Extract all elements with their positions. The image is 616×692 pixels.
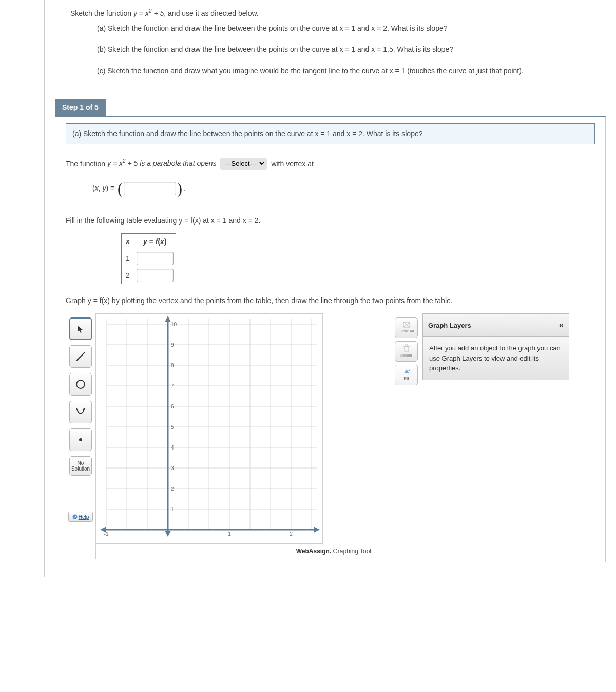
table-row: 1 bbox=[122, 250, 176, 267]
th-fx: y = f(x) bbox=[134, 234, 176, 250]
svg-text:-1: -1 bbox=[104, 531, 109, 537]
graph-layers-header[interactable]: Graph Layers « bbox=[422, 313, 569, 337]
graph-canvas[interactable]: 10 9 8 7 6 5 4 3 2 1 bbox=[95, 313, 323, 544]
fx-at-2-input[interactable] bbox=[137, 269, 174, 282]
fill-icon bbox=[402, 368, 411, 376]
point-tool[interactable] bbox=[69, 428, 92, 451]
part-b-text: (b) Sketch the function and draw the lin… bbox=[97, 44, 595, 55]
svg-text:4: 4 bbox=[171, 445, 174, 451]
clear-all-button[interactable]: Clear All bbox=[395, 317, 418, 338]
pointer-tool[interactable] bbox=[69, 317, 92, 340]
svg-text:3: 3 bbox=[171, 465, 174, 471]
no-solution-tool[interactable]: No Solution bbox=[69, 456, 92, 476]
svg-text:7: 7 bbox=[171, 383, 174, 389]
svg-text:1: 1 bbox=[228, 531, 231, 537]
svg-point-5 bbox=[79, 438, 82, 441]
line-tool[interactable] bbox=[69, 345, 92, 368]
part-c-text: (c) Sketch the function and draw what yo… bbox=[97, 66, 595, 77]
problem-intro: Sketch the function y = x2 + 5, and use … bbox=[70, 7, 595, 19]
svg-text:9: 9 bbox=[171, 342, 174, 348]
vertex-input[interactable] bbox=[124, 182, 176, 195]
svg-text:5: 5 bbox=[171, 424, 174, 430]
svg-text:6: 6 bbox=[171, 404, 174, 409]
table-row: 2 bbox=[122, 267, 176, 284]
graph-footer: WebAssign. Graphing Tool bbox=[95, 544, 392, 559]
svg-marker-29 bbox=[165, 316, 171, 322]
direction-select[interactable]: ---Select--- bbox=[220, 158, 267, 170]
svg-marker-30 bbox=[165, 531, 171, 537]
fill-table-text: Fill in the following table evaluating y… bbox=[66, 215, 595, 226]
svg-text:2: 2 bbox=[290, 531, 293, 537]
circle-tool[interactable] bbox=[69, 373, 92, 396]
trash-icon bbox=[403, 344, 410, 352]
step-header: Step 1 of 5 bbox=[55, 99, 106, 117]
graph-layers-body: After you add an object to the graph you… bbox=[422, 337, 569, 380]
fill-button[interactable]: Fill bbox=[395, 365, 418, 385]
graph-instruction: Graph y = f(x) by plotting the vertex an… bbox=[66, 295, 595, 306]
close-paren: ) bbox=[177, 177, 182, 200]
th-x: x bbox=[122, 234, 134, 250]
svg-point-3 bbox=[76, 380, 85, 388]
svg-text:10: 10 bbox=[171, 322, 177, 327]
delete-button[interactable]: Delete bbox=[395, 341, 418, 362]
svg-text:8: 8 bbox=[171, 363, 174, 368]
svg-text:?: ? bbox=[73, 515, 76, 519]
part-a-text: (a) Sketch the function and draw the lin… bbox=[97, 23, 595, 34]
parabola-statement: The function y = x2 + 5 is a parabola th… bbox=[66, 158, 595, 170]
fx-at-1-input[interactable] bbox=[137, 252, 174, 265]
svg-rect-50 bbox=[405, 346, 409, 351]
parabola-tool[interactable] bbox=[69, 401, 92, 423]
svg-rect-52 bbox=[406, 345, 408, 346]
vertex-label: (x, y) = bbox=[92, 183, 117, 194]
part-a-highlight: (a) Sketch the function and draw the lin… bbox=[66, 123, 595, 144]
svg-marker-33 bbox=[314, 527, 320, 533]
open-paren: ( bbox=[118, 177, 123, 200]
svg-point-53 bbox=[408, 370, 410, 371]
chevron-left-icon: « bbox=[559, 319, 564, 331]
help-button[interactable]: ? Help bbox=[68, 512, 93, 522]
value-table: x y = f(x) 1 2 bbox=[121, 233, 176, 284]
svg-text:1: 1 bbox=[171, 507, 174, 512]
graph-tool-palette: No Solution ? Help bbox=[66, 313, 95, 522]
svg-text:2: 2 bbox=[171, 486, 174, 492]
